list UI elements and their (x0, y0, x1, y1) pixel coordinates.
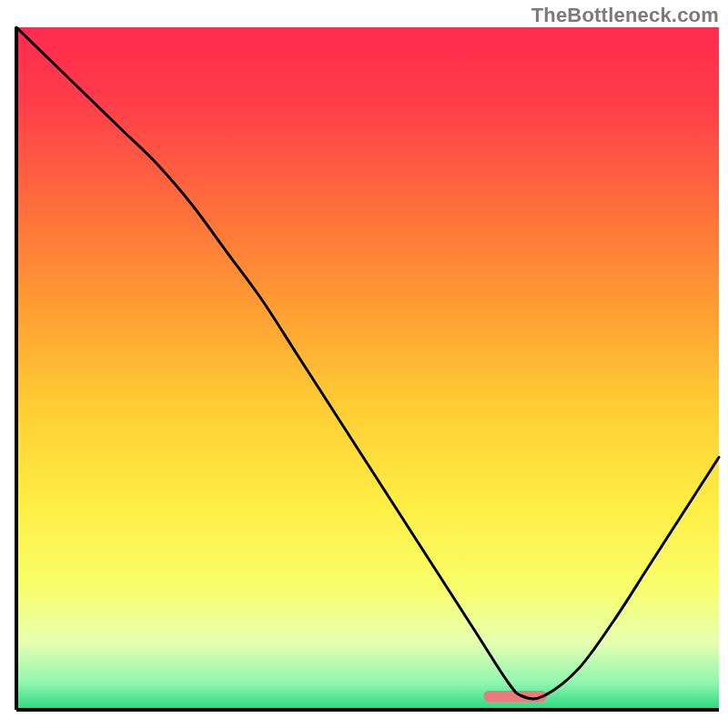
watermark-text: TheBottleneck.com (531, 4, 719, 27)
bottleneck-chart: TheBottleneck.com (0, 0, 728, 728)
chart-svg (0, 0, 728, 728)
plot-area (16, 27, 719, 710)
